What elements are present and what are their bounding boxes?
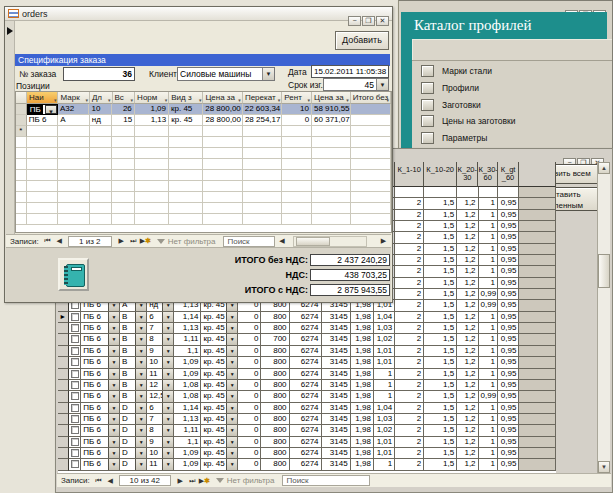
chevron-down-icon[interactable]: ▼ — [135, 323, 146, 333]
checkbox-cell[interactable] — [69, 323, 82, 334]
table-cell[interactable]: В▼ — [120, 357, 147, 368]
scroll-right-icon[interactable]: ▶ — [378, 236, 389, 246]
checkbox-cell[interactable] — [69, 357, 82, 368]
chevron-down-icon[interactable]: ▼ — [108, 334, 119, 344]
grid-cell[interactable]: кр. 45 — [169, 115, 203, 126]
table-cell[interactable]: 11▼ — [147, 369, 174, 380]
chevron-down-icon[interactable]: ▼ — [226, 323, 237, 333]
scrollbar-thumb[interactable] — [598, 254, 610, 288]
chevron-down-icon[interactable]: ▼ — [226, 346, 237, 356]
row-selector[interactable] — [58, 357, 69, 368]
chevron-down-icon[interactable]: ▼ — [226, 391, 237, 401]
table-cell[interactable]: 2 — [395, 459, 424, 470]
table-cell[interactable]: 0,95 — [498, 232, 519, 243]
grid-cell[interactable]: 28 254,17 — [243, 115, 282, 126]
table-cell[interactable]: ПБ 6▼ — [81, 425, 120, 436]
chevron-down-icon[interactable]: ▼ — [162, 369, 173, 379]
table-cell[interactable]: 1 — [374, 369, 395, 380]
table-cell[interactable]: 1 — [479, 232, 498, 243]
chevron-down-icon[interactable]: ▼ — [162, 346, 173, 356]
grid-cell[interactable]: А — [58, 115, 90, 126]
table-cell[interactable]: 0 — [238, 414, 261, 425]
table-cell[interactable]: 1 — [479, 380, 498, 391]
chevron-down-icon[interactable]: ▼ — [226, 459, 237, 469]
table-cell[interactable]: 1,2 — [457, 369, 478, 380]
table-cell[interactable]: 0,95 — [498, 255, 519, 266]
table-cell[interactable]: 1 — [479, 323, 498, 334]
table-cell[interactable]: ПБ 6▼ — [81, 346, 120, 357]
table-cell[interactable]: 1,5 — [424, 300, 457, 311]
new-record-row[interactable]: * — [16, 126, 391, 137]
row-selector[interactable] — [58, 437, 69, 448]
table-cell[interactable]: 1,2 — [457, 346, 478, 357]
table-cell[interactable]: 1,98 — [351, 346, 374, 357]
table-cell[interactable]: 1,5 — [424, 403, 457, 414]
chevron-down-icon[interactable]: ▼ — [226, 403, 237, 413]
table-cell[interactable]: 1,2 — [457, 323, 478, 334]
column-header[interactable]: К_1-10 — [395, 162, 424, 187]
table-cell[interactable]: 7▼ — [147, 323, 174, 334]
table-cell[interactable]: 2 — [395, 255, 424, 266]
table-cell[interactable]: D▼ — [120, 414, 147, 425]
table-cell[interactable]: 2 — [395, 448, 424, 459]
table-cell[interactable]: 0,95 — [498, 391, 519, 402]
grid-cell[interactable] — [90, 126, 113, 137]
table-row[interactable]: ►ПБ 6▼В▼6▼1,14кр. 45▼0800627431451,981,0… — [58, 312, 556, 323]
record-position[interactable]: 1 из 2 — [68, 236, 112, 247]
table-cell[interactable]: 10▼ — [147, 357, 174, 368]
table-cell[interactable]: 0,95 — [498, 334, 519, 345]
table-cell[interactable]: В▼ — [120, 380, 147, 391]
table-cell[interactable]: 1,13 — [174, 414, 201, 425]
client-combo[interactable]: Силовые машины▼ — [177, 67, 275, 81]
sort-dropdown-icon[interactable]: ▾ — [387, 95, 390, 104]
grid-row[interactable]: ПБ▼А3210261,09кр. 4528 800,0022 603,3410… — [16, 104, 391, 115]
row-selector[interactable] — [16, 104, 27, 115]
row-selector[interactable] — [58, 334, 69, 345]
grid-cell[interactable]: 1,13 — [135, 115, 169, 126]
table-cell[interactable]: кр. 45▼ — [201, 414, 238, 425]
table-cell[interactable]: 6274 — [290, 312, 322, 323]
table-cell[interactable]: 2 — [395, 289, 424, 300]
table-cell[interactable]: 3145 — [322, 369, 351, 380]
profile-combo-editor[interactable]: ПБ▼ — [27, 104, 58, 115]
table-cell[interactable]: 1,09 — [174, 357, 201, 368]
column-header[interactable]: Норм▾ — [135, 92, 169, 104]
table-row[interactable]: ПБ 6▼D▼10▼1,09кр. 45▼0800627431451,981,0… — [58, 448, 556, 459]
next-record-icon[interactable]: ▶ — [116, 236, 127, 246]
grid-cell[interactable] — [203, 126, 242, 137]
table-cell[interactable]: 1,03 — [374, 323, 395, 334]
table-cell[interactable]: 1,5 — [424, 346, 457, 357]
checkbox-cell[interactable] — [69, 312, 82, 323]
chevron-down-icon[interactable]: ▼ — [108, 357, 119, 367]
table-row[interactable]: ПБ 6▼В▼11▼1,09кр. 45▼0800627431451,98121… — [58, 369, 556, 380]
last-record-icon[interactable]: ⏭ — [187, 476, 198, 486]
table-cell[interactable]: 1,2 — [457, 300, 478, 311]
table-cell[interactable]: 1,98 — [351, 425, 374, 436]
table-cell[interactable]: 0 — [238, 448, 261, 459]
table-cell[interactable]: 1 — [479, 414, 498, 425]
table-cell[interactable]: 1,5 — [424, 425, 457, 436]
table-cell[interactable]: D▼ — [120, 459, 147, 470]
chevron-down-icon[interactable]: ▼ — [135, 414, 146, 424]
table-cell[interactable]: кр. 45▼ — [201, 323, 238, 334]
table-cell[interactable]: ПБ 6▼ — [81, 357, 120, 368]
table-cell[interactable]: 1,04 — [374, 312, 395, 323]
table-cell[interactable]: 0,95 — [498, 346, 519, 357]
table-cell[interactable]: 1,2 — [457, 221, 478, 232]
open-form-button[interactable] — [421, 99, 434, 111]
grid-cell[interactable] — [169, 126, 203, 137]
checkbox-cell[interactable] — [69, 380, 82, 391]
table-cell[interactable]: 1 — [374, 459, 395, 470]
catalog-item[interactable]: Цены на заготовки — [421, 115, 516, 127]
table-cell[interactable]: В▼ — [120, 312, 147, 323]
chevron-down-icon[interactable]: ▼ — [135, 391, 146, 401]
row-selector[interactable] — [58, 403, 69, 414]
table-cell[interactable]: 0,95 — [498, 221, 519, 232]
column-header[interactable]: Рент▾ — [282, 92, 312, 104]
table-cell[interactable] — [395, 187, 424, 198]
table-cell[interactable]: 0,95 — [498, 380, 519, 391]
chevron-down-icon[interactable]: ▼ — [226, 357, 237, 367]
table-cell[interactable]: 0,95 — [498, 357, 519, 368]
table-cell[interactable]: кр. 45▼ — [201, 380, 238, 391]
table-cell[interactable]: 0 — [238, 323, 261, 334]
